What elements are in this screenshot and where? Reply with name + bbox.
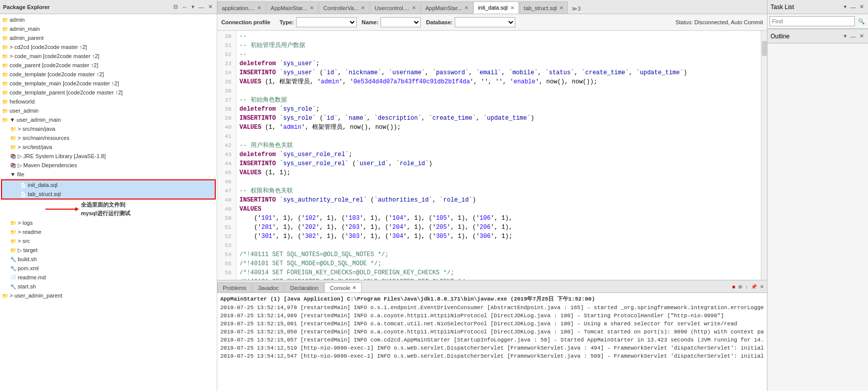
tab-application[interactable]: application....✕	[217, 2, 266, 14]
bottom-tab-declaration[interactable]: Declaration	[284, 282, 324, 292]
outline-minimize[interactable]: —	[849, 32, 857, 40]
bottom-tab-javadoc[interactable]: Javadoc	[252, 282, 284, 292]
tree-item-code_template_main[interactable]: 📁code_template_main [code2code master ↑2…	[0, 79, 217, 88]
console-log-line: 2019-07-25 13:52:15,050 [restartedMain] …	[220, 328, 764, 336]
task-list-menu[interactable]: ▾	[843, 3, 848, 11]
tree-item-src_main_java[interactable]: 📁> src/main/java	[0, 124, 217, 133]
line-number-36: 36	[217, 86, 233, 95]
tree-item-user_admin[interactable]: 📁user_admin	[0, 106, 217, 115]
tab-close-application[interactable]: ✕	[257, 5, 261, 11]
name-field: Name:	[362, 17, 421, 27]
tree-area[interactable]: 📁admin📁admin_main📁admin_parent📁> cd2cd […	[0, 14, 217, 391]
outline-close[interactable]: ✕	[858, 32, 865, 40]
task-list-minimize[interactable]: —	[849, 3, 857, 11]
code-line-46	[239, 177, 758, 186]
tree-item-src[interactable]: 📁> src	[0, 236, 217, 246]
tab-close-usercontrol[interactable]: ✕	[412, 5, 416, 11]
tab-close-appmainstar1[interactable]: ✕	[310, 5, 314, 11]
code-line-56: /*!40014 SET FOREIGN_KEY_CHECKS=@OLD_FOR…	[239, 268, 758, 277]
tab-appmainstar1[interactable]: AppMainStar...✕	[266, 2, 318, 14]
code-line-31: -- 初始管理员用户数据	[239, 41, 758, 50]
tab-close-init_data_sql[interactable]: ✕	[510, 5, 514, 11]
code-editor[interactable]: 3031323334353637383940414243444546474849…	[217, 31, 767, 280]
tree-item-readme[interactable]: 📁> readme	[0, 227, 217, 236]
bottom-tab-close-console[interactable]: ✕	[352, 285, 356, 290]
tab-close-controllerva[interactable]: ✕	[361, 5, 365, 11]
tab-appmainstar2[interactable]: AppMainStar...✕	[421, 2, 473, 14]
tree-item-admin[interactable]: 📁admin	[0, 15, 217, 24]
console-scroll-button[interactable]: ↓	[744, 283, 749, 290]
tree-item-jre[interactable]: 📚▷ JRE System Library [JavaSE-1.8]	[0, 152, 217, 161]
tree-item-init_data_sql[interactable]: 📄init_data.sql	[2, 180, 215, 189]
console-clear-button[interactable]: ⊗	[737, 283, 743, 290]
find-input[interactable]	[769, 16, 855, 26]
code-line-47: -- 权限和角色关联	[239, 186, 758, 196]
bottom-tab-label-console: Console	[330, 285, 350, 291]
tab-close-tab_struct_sql[interactable]: ✕	[559, 5, 563, 11]
database-field: Database:	[426, 17, 515, 27]
bottom-tab-label-problems: Problems	[223, 285, 246, 291]
tree-item-build_sh[interactable]: 🔧build.sh	[0, 255, 217, 264]
task-list-close[interactable]: ✕	[858, 3, 865, 11]
tree-item-tab_struct_sql[interactable]: 📄tab_struct.sql	[2, 189, 215, 199]
code-line-32: --	[239, 50, 758, 59]
tree-item-src_main_resources[interactable]: 📁> src/main/resources	[0, 133, 217, 142]
tree-item-start_sh[interactable]: 🔧start.sh	[0, 282, 217, 291]
tree-item-code_template[interactable]: 📁code_template [code2code master ↑2]	[0, 70, 217, 79]
console-pin-button[interactable]: 📌	[750, 283, 758, 290]
line-number-34: 34	[217, 68, 233, 77]
tab-label-appmainstar2: AppMainStar...	[425, 5, 462, 11]
tree-item-pom_xml[interactable]: 🔧pom.xml	[0, 264, 217, 273]
outline-panel: Outline ▾ — ✕	[767, 29, 868, 391]
console-close-button[interactable]: ✕	[759, 283, 765, 290]
tab-usercontrol[interactable]: Usercontrol....✕	[370, 2, 420, 14]
link-editor-button[interactable]: ↔	[181, 4, 188, 11]
minimize-button[interactable]: —	[198, 4, 205, 11]
tab-init_data_sql[interactable]: init_data.sql✕	[473, 2, 519, 14]
code-line-41	[239, 132, 758, 141]
close-panel-button[interactable]: ✕	[207, 3, 214, 11]
tree-item-code_parent[interactable]: 📁code_parent [code2code master ↑2]	[0, 61, 217, 70]
tab-label-controllerva: ControllerVa...	[323, 5, 359, 11]
tree-item-user_admin_parent[interactable]: 📁> user_admin_parent	[0, 291, 217, 300]
line-numbers: 3031323334353637383940414243444546474849…	[217, 31, 236, 280]
tree-item-code_main[interactable]: 📁> code_main [code2code master ↑2]	[0, 52, 217, 61]
code-line-33: delete from `sys_user`;	[239, 59, 758, 68]
tree-item-file_folder[interactable]: ▼ file	[0, 170, 217, 179]
tab-overflow[interactable]: ≫3	[568, 4, 584, 14]
tree-item-readme_md[interactable]: 📄readme.md	[0, 273, 217, 282]
tab-tab_struct_sql[interactable]: tab_struct.sql✕	[519, 2, 568, 14]
tree-item-admin_main[interactable]: 📁admin_main	[0, 24, 217, 33]
tree-item-maven[interactable]: 📚▷ Maven Dependencies	[0, 161, 217, 170]
tab-controllerva[interactable]: ControllerVa...✕	[319, 2, 370, 14]
tree-item-src_test_java[interactable]: 📁> src/test/java	[0, 142, 217, 152]
console-area[interactable]: AppMainStarter (1) [Java Application] C:…	[217, 293, 767, 391]
code-line-35: VALUES (1, 框架管理员, 'admin', '0e53d4d4d07a…	[239, 77, 758, 86]
tree-item-helloworld[interactable]: 📁helloworld	[0, 97, 217, 106]
tree-item-admin_parent[interactable]: 📁admin_parent	[0, 33, 217, 42]
bottom-tab-problems[interactable]: Problems	[217, 282, 252, 292]
tree-item-logs[interactable]: 📁> logs	[0, 218, 217, 227]
name-select[interactable]	[380, 17, 421, 27]
view-menu-button[interactable]: ▾	[190, 3, 196, 11]
database-select[interactable]	[455, 17, 515, 27]
code-line-45: VALUES (1, 1);	[239, 168, 758, 177]
find-button[interactable]: 🔍	[857, 18, 866, 25]
console-stop-button[interactable]: ■	[731, 283, 736, 290]
tree-item-code_template_parent[interactable]: 📁code_template_parent [code2code master …	[0, 88, 217, 97]
outline-menu[interactable]: ▾	[843, 32, 848, 40]
tree-item-user_admin_main[interactable]: 📁▼ user_admin_main	[0, 115, 217, 124]
code-line-43: delete from `sys_user_role_rel`;	[239, 150, 758, 159]
code-line-48: INSERT INTO `sys_authority_role_rel` (`a…	[239, 196, 758, 205]
find-area: 🔍	[767, 14, 868, 29]
line-number-32: 32	[217, 50, 233, 59]
bottom-tab-console[interactable]: Console✕	[324, 282, 362, 292]
console-log-line: 2019-07-25 13:54:12,519 [http-nio-9090-e…	[220, 344, 764, 352]
tab-close-appmainstar2[interactable]: ✕	[464, 5, 468, 11]
line-number-42: 42	[217, 141, 233, 150]
tree-item-target[interactable]: 📁▷ target	[0, 246, 217, 255]
code-content[interactable]: ---- 初始管理员用户数据--delete from `sys_user`;I…	[236, 31, 761, 280]
tree-item-cd2cd[interactable]: 📁> cd2cd [code2code master ↑2]	[0, 42, 217, 52]
collapse-all-button[interactable]: ⊟	[172, 3, 179, 11]
type-select[interactable]	[296, 17, 357, 27]
